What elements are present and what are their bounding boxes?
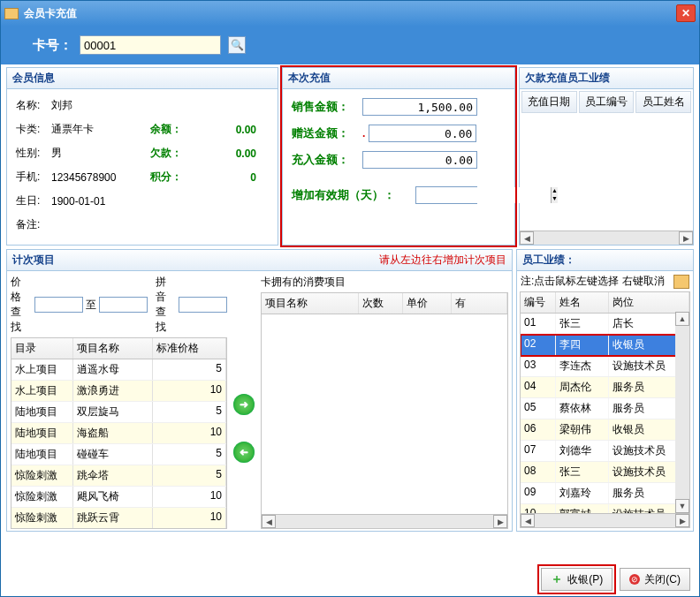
in-amount-label: 充入金额： bbox=[292, 152, 362, 168]
titlebar[interactable]: 会员卡充值 ✕ bbox=[1, 1, 699, 26]
arrow-left-icon: ➜ bbox=[240, 446, 248, 458]
col-own-has[interactable]: 有 bbox=[452, 293, 507, 314]
remove-project-button[interactable]: ➜ bbox=[233, 442, 255, 463]
recharge-panel: 本次充值 销售金额： 赠送金额： . 充入金额： bbox=[282, 67, 515, 246]
close-icon[interactable]: ✕ bbox=[676, 4, 696, 22]
staff-col-pos[interactable]: 岗位 bbox=[609, 292, 689, 313]
to-label: 至 bbox=[86, 298, 96, 313]
staff-col-no[interactable]: 编号 bbox=[521, 292, 556, 313]
staff-row[interactable]: 05蔡依林服务员 bbox=[521, 398, 689, 419]
staff-row[interactable]: 01张三店长 bbox=[521, 314, 689, 335]
col-price[interactable]: 标准价格 bbox=[153, 338, 226, 359]
scroll-down-icon[interactable]: ▼ bbox=[675, 499, 689, 513]
stop-icon: ⊘ bbox=[629, 574, 640, 585]
arrears-staff-panel: 欠款充值员工业绩 充值日期 员工编号 员工姓名 ◀ ▶ bbox=[519, 67, 694, 246]
window-title: 会员卡充值 bbox=[24, 6, 676, 21]
birth-value: 1900-01-01 bbox=[51, 195, 150, 208]
type-value: 通票年卡 bbox=[51, 122, 150, 137]
staff-row[interactable]: 03李连杰设施技术员 bbox=[521, 356, 689, 377]
arrears-col-empname[interactable]: 员工姓名 bbox=[635, 91, 691, 113]
project-row[interactable]: 陆地项目海盗船10 bbox=[11, 423, 226, 444]
name-label: 名称: bbox=[16, 98, 51, 113]
recharge-window: 会员卡充值 ✕ 卡号： 🔍 会员信息 名称: 刘邦 卡类: 通票年卡 余额： 0… bbox=[0, 0, 700, 597]
scroll-left-icon[interactable]: ◀ bbox=[520, 231, 534, 245]
scroll-up-icon[interactable]: ▲ bbox=[675, 312, 689, 326]
magnifier-icon: 🔍 bbox=[231, 39, 244, 51]
folder-icon bbox=[4, 8, 19, 19]
arrears-col-date[interactable]: 充值日期 bbox=[521, 91, 577, 113]
price-to-input[interactable] bbox=[99, 297, 148, 313]
price-from-input[interactable] bbox=[34, 297, 83, 313]
arrow-right-icon: ➜ bbox=[240, 398, 248, 411]
col-own-name[interactable]: 项目名称 bbox=[262, 293, 359, 314]
point-value: 0 bbox=[194, 171, 256, 184]
available-projects-grid[interactable]: 目录 项目名称 标准价格 水上项目逍遥水母5水上项目激浪勇进10陆地项目双层旋马… bbox=[11, 337, 227, 529]
col-category[interactable]: 目录 bbox=[11, 338, 73, 359]
staff-tool-icon[interactable] bbox=[673, 275, 689, 289]
sale-amount-input[interactable] bbox=[362, 98, 477, 116]
staff-vscroll[interactable]: ▲ ▼ bbox=[675, 312, 689, 513]
staff-row[interactable]: 07刘德华设施技术员 bbox=[521, 441, 689, 462]
extend-days-label: 增加有效期（天）： bbox=[292, 187, 415, 203]
project-row[interactable]: 惊险刺激跳伞塔5 bbox=[11, 465, 226, 487]
balance-value: 0.00 bbox=[194, 124, 256, 136]
close-button[interactable]: ⊘ 关闭(C) bbox=[620, 568, 690, 591]
staff-row[interactable]: 09刘嘉玲服务员 bbox=[521, 483, 689, 504]
plus-icon: ＋ bbox=[551, 571, 563, 587]
col-own-count[interactable]: 次数 bbox=[359, 293, 403, 314]
card-number-input[interactable] bbox=[80, 35, 221, 55]
checkout-button[interactable]: ＋ 收银(P) bbox=[541, 568, 612, 591]
col-own-price[interactable]: 单价 bbox=[403, 293, 452, 314]
pinyin-input[interactable] bbox=[179, 297, 227, 313]
search-button[interactable]: 🔍 bbox=[228, 36, 246, 54]
member-info-title: 会员信息 bbox=[7, 68, 278, 89]
scroll-left-icon[interactable]: ◀ bbox=[521, 514, 535, 527]
balance-label: 余额： bbox=[150, 122, 194, 137]
required-dot-icon: . bbox=[362, 127, 365, 140]
card-search-bar: 卡号： 🔍 bbox=[1, 26, 699, 64]
project-row[interactable]: 惊险刺激飓风飞椅10 bbox=[11, 487, 226, 508]
checkout-label: 收银(P) bbox=[567, 572, 603, 587]
staff-row[interactable]: 02李四收银员 bbox=[521, 335, 689, 356]
owned-projects-label: 卡拥有的消费项目 bbox=[261, 275, 508, 290]
close-label: 关闭(C) bbox=[644, 572, 681, 587]
arrears-table: 充值日期 员工编号 员工姓名 bbox=[520, 89, 693, 115]
scroll-right-icon[interactable]: ▶ bbox=[675, 514, 689, 527]
count-project-hint: 请从左边往右增加计次项目 bbox=[379, 253, 506, 268]
project-row[interactable]: 水上项目逍遥水母5 bbox=[11, 359, 226, 381]
note-label: 备注: bbox=[16, 217, 51, 232]
staff-grid[interactable]: 编号 姓名 岗位 01张三店长02李四收银员03李连杰设施技术员04周杰伦服务员… bbox=[520, 291, 690, 528]
add-project-button[interactable]: ➜ bbox=[233, 394, 255, 415]
gift-amount-input[interactable] bbox=[369, 125, 476, 142]
staff-row[interactable]: 08张三设施技术员 bbox=[521, 462, 689, 483]
col-project-name[interactable]: 项目名称 bbox=[73, 338, 153, 359]
arrears-col-empno[interactable]: 员工编号 bbox=[579, 91, 635, 113]
sale-amount-label: 销售金额： bbox=[292, 99, 362, 115]
owned-hscroll[interactable]: ◀ ▶ bbox=[262, 514, 507, 528]
point-label: 积分： bbox=[150, 170, 194, 185]
birth-label: 生日: bbox=[16, 193, 51, 208]
arrears-title: 欠款充值员工业绩 bbox=[520, 68, 693, 89]
extend-days-stepper[interactable]: ▲ ▼ bbox=[415, 186, 477, 204]
project-row[interactable]: 惊险刺激跳跃云霄10 bbox=[11, 508, 226, 529]
scroll-left-icon[interactable]: ◀ bbox=[262, 515, 276, 528]
staff-hscroll[interactable]: ◀ ▶ bbox=[521, 513, 689, 527]
project-row[interactable]: 陆地项目碰碰车5 bbox=[11, 444, 226, 465]
name-value: 刘邦 bbox=[51, 98, 150, 113]
sex-value: 男 bbox=[51, 146, 150, 161]
owned-projects-grid[interactable]: 项目名称 次数 单价 有 ◀ ▶ bbox=[261, 292, 508, 529]
in-amount-input[interactable] bbox=[362, 151, 477, 169]
arrears-hscroll[interactable]: ◀ ▶ bbox=[520, 230, 693, 245]
scroll-right-icon[interactable]: ▶ bbox=[679, 231, 693, 245]
project-row[interactable]: 水上项目激浪勇进10 bbox=[11, 381, 226, 402]
debt-label: 欠款： bbox=[150, 146, 194, 161]
staff-row[interactable]: 06梁朝伟收银员 bbox=[521, 419, 689, 441]
staff-col-name[interactable]: 姓名 bbox=[556, 292, 609, 313]
sex-label: 性别: bbox=[16, 146, 51, 161]
staff-row[interactable]: 04周杰伦服务员 bbox=[521, 377, 689, 398]
recharge-title: 本次充值 bbox=[283, 68, 514, 89]
project-row[interactable]: 陆地项目双层旋马5 bbox=[11, 402, 226, 423]
scroll-right-icon[interactable]: ▶ bbox=[493, 515, 507, 528]
debt-value: 0.00 bbox=[194, 147, 256, 160]
count-project-panel: 计次项目 请从左边往右增加计次项目 价格查找 至 拼音查找 bbox=[6, 249, 513, 532]
